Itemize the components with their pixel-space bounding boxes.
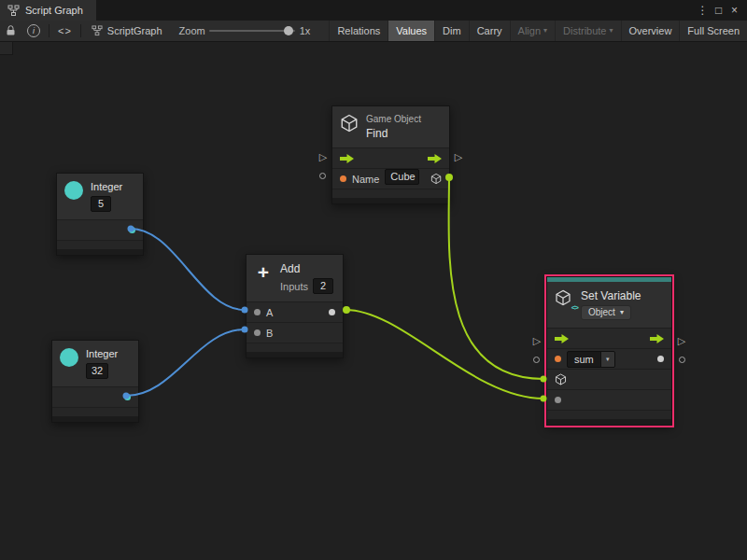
variable-name-port[interactable] (555, 356, 561, 362)
flow-out-arrow-icon[interactable] (428, 154, 442, 163)
input-port-a[interactable] (254, 309, 261, 315)
flow-out-port-triangle-icon[interactable]: ▷ (676, 335, 687, 346)
graph-toolbar: i <> ScriptGraph Zoom 1x Relations (0, 21, 747, 42)
chevron-down-icon: ▾ (610, 27, 613, 35)
graph-reference[interactable]: ScriptGraph (84, 25, 170, 36)
fullscreen-button[interactable]: Full Screen (679, 21, 747, 41)
scope-dropdown[interactable]: Object ▾ (581, 305, 631, 320)
zoom-value: 1x (295, 25, 317, 36)
node-footer (547, 410, 671, 419)
align-button[interactable]: Align ▾ (510, 21, 555, 41)
flow-in-arrow-icon[interactable] (555, 334, 569, 343)
name-label: Name (352, 174, 379, 185)
graph-asset-icon (92, 25, 103, 36)
values-button[interactable]: Values (388, 21, 434, 41)
variable-name-value: sum (568, 352, 600, 367)
lock-button[interactable] (0, 21, 21, 41)
menu-kebab-icon[interactable]: ⋮ (695, 0, 711, 21)
relations-label: Relations (337, 25, 380, 36)
flow-out-port-triangle-icon[interactable]: ▷ (453, 151, 464, 162)
info-icon: i (27, 24, 40, 37)
tab-label: Script Graph (25, 5, 83, 16)
align-label: Align (518, 25, 541, 36)
game-object-output-port-icon[interactable] (430, 173, 442, 185)
node-footer-edge (57, 249, 143, 255)
overview-label: Overview (629, 25, 672, 36)
output-port[interactable] (129, 227, 135, 233)
node-footer-edge (332, 198, 449, 203)
integer-value-input[interactable]: 5 (91, 196, 111, 212)
node-integer-literal-1[interactable]: Integer 5 (56, 173, 144, 256)
sum-output-port[interactable] (329, 309, 335, 315)
target-game-object-port-icon[interactable] (555, 373, 567, 385)
relations-button[interactable]: Relations (329, 21, 388, 41)
name-row: Name Cube (332, 168, 449, 189)
toolbar-toggle-group: Relations Values Dim Carry Align ▾ Distr… (329, 21, 747, 41)
node-add[interactable]: + Add Inputs 2 A B (246, 254, 344, 358)
flow-in-port-triangle-icon[interactable]: ▷ (531, 335, 543, 346)
integer-type-icon (60, 348, 78, 367)
name-input-port[interactable] (340, 175, 346, 182)
node-title: Integer (91, 181, 122, 193)
script-graph-icon (7, 5, 20, 17)
flow-in-port-triangle-icon[interactable]: ▷ (317, 151, 329, 162)
flow-in-arrow-icon[interactable] (340, 154, 354, 163)
node-footer-edge (547, 419, 671, 425)
zoom-slider-handle[interactable] (284, 26, 293, 35)
variable-name-dropdown[interactable]: sum ▾ (567, 351, 615, 368)
inputs-count-input[interactable]: 2 (313, 278, 333, 294)
value-outer-port[interactable] (679, 357, 685, 363)
chevron-down-icon: ▾ (543, 27, 547, 35)
name-value-input[interactable]: Cube (385, 169, 419, 185)
scope-value: Object (588, 307, 615, 318)
value-output-port[interactable] (657, 356, 664, 362)
node-header[interactable]: Integer 5 (57, 174, 143, 219)
node-title: Integer (86, 348, 118, 360)
dim-button[interactable]: Dim (434, 21, 469, 41)
node-set-variable[interactable]: <> Set Variable Object ▾ sum (546, 276, 672, 426)
node-header[interactable]: <> Set Variable Object ▾ (547, 282, 671, 328)
close-icon[interactable]: × (726, 0, 742, 21)
integer-value-input[interactable]: 32 (86, 363, 108, 379)
overview-button[interactable]: Overview (621, 21, 680, 41)
zoom-slider-track (209, 30, 295, 32)
carry-button[interactable]: Carry (469, 21, 510, 41)
info-button[interactable]: i (21, 21, 46, 41)
variable-row: sum ▾ (547, 348, 671, 369)
node-header[interactable]: + Add Inputs 2 (247, 255, 343, 301)
zoom-slider[interactable] (209, 21, 295, 41)
port-b-label: B (266, 328, 273, 339)
game-object-icon (340, 114, 359, 133)
set-variable-icon: <> (555, 289, 573, 308)
distribute-button[interactable]: Distribute ▾ (555, 21, 620, 41)
node-footer (247, 343, 343, 352)
fullscreen-label: Full Screen (687, 25, 740, 36)
input-port-b[interactable] (254, 329, 261, 336)
graph-name-label: ScriptGraph (107, 25, 162, 36)
graph-canvas[interactable]: Integer 5 Integer 32 (0, 42, 747, 560)
integer-type-icon (64, 181, 83, 200)
flow-row (332, 147, 449, 168)
value-input-port[interactable] (555, 397, 561, 403)
port-row-a: A (247, 301, 343, 322)
maximize-icon[interactable]: □ (711, 0, 726, 21)
node-integer-literal-2[interactable]: Integer 32 (51, 340, 139, 423)
target-object-row (547, 369, 671, 389)
node-header[interactable]: Game Object Find (332, 106, 449, 147)
node-footer (332, 189, 449, 198)
name-outer-port[interactable] (319, 173, 326, 179)
node-header[interactable]: Integer 32 (52, 341, 138, 386)
output-port[interactable] (124, 394, 131, 400)
distribute-label: Distribute (563, 25, 606, 36)
variable-outer-port[interactable] (533, 357, 540, 363)
inputs-label: Inputs (280, 281, 308, 292)
node-category: Game Object (366, 114, 421, 124)
code-view-button[interactable]: <> (52, 21, 78, 41)
zoom-label: Zoom (170, 25, 209, 36)
port-a-label: A (266, 307, 273, 318)
node-title: Set Variable (581, 289, 641, 302)
lock-icon (6, 25, 16, 36)
flow-out-arrow-icon[interactable] (650, 334, 664, 343)
node-gameobject-find[interactable]: Game Object Find Name Cube (331, 105, 450, 204)
script-graph-tab[interactable]: Script Graph (0, 0, 96, 21)
